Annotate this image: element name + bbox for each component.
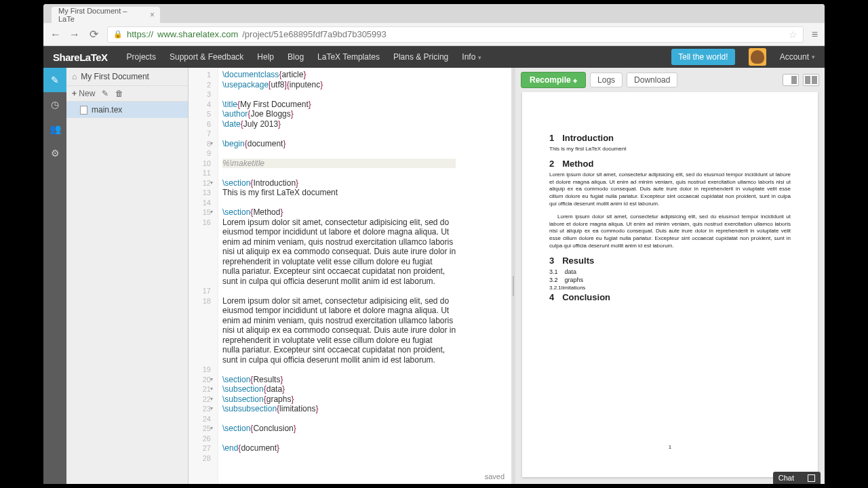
- url-scheme: https://: [127, 29, 153, 39]
- pdf-subsub-limitations: 3.2.1limitations: [549, 285, 791, 291]
- pdf-section-intro: 1Introduction: [549, 133, 791, 143]
- preview-toolbar: Recompile ⌖ Logs Download: [515, 68, 825, 92]
- download-button[interactable]: Download: [627, 73, 677, 87]
- delete-icon[interactable]: 🗑: [115, 89, 123, 98]
- url-field[interactable]: 🔒 https://www.sharelatex.com/project/51e…: [107, 26, 804, 43]
- save-status: saved: [485, 472, 505, 482]
- logs-button[interactable]: Logs: [590, 73, 623, 87]
- url-path: /project/51e68895fdf7a9bd7b305993: [242, 29, 387, 39]
- chat-bar[interactable]: Chat: [773, 472, 821, 484]
- layout-single-icon[interactable]: [783, 74, 799, 86]
- pdf-method-body2: Lorem ipsum dolor sit amet, consectetur …: [549, 214, 791, 250]
- pdf-section-results: 3Results: [549, 256, 791, 266]
- file-main-tex[interactable]: main.tex: [66, 102, 188, 118]
- lock-icon: 🔒: [113, 30, 123, 39]
- project-name[interactable]: ⌂ My First Document: [66, 68, 188, 86]
- file-icon: [80, 106, 87, 115]
- pdf-section-method: 2Method: [549, 159, 791, 169]
- nav-info[interactable]: Info ▾: [462, 52, 481, 62]
- pdf-preview[interactable]: 1Introduction This is my first LaTeX doc…: [522, 92, 818, 477]
- new-file-button[interactable]: + New: [72, 89, 95, 98]
- nav-projects[interactable]: Projects: [127, 52, 156, 62]
- pdf-page-number: 1: [669, 444, 671, 450]
- rail-edit-icon[interactable]: ✎: [43, 68, 66, 92]
- nav-support[interactable]: Support & Feedback: [170, 52, 243, 62]
- nav-blog[interactable]: Blog: [288, 52, 304, 62]
- close-icon[interactable]: ×: [150, 10, 155, 20]
- file-toolbar: + New ✎ 🗑: [66, 86, 188, 102]
- line-gutter: 12345678▾9101112▾131415▾1617181920▾21▾22…: [189, 68, 218, 484]
- rail-share-icon[interactable]: 👥: [43, 117, 66, 141]
- rail-history-icon[interactable]: ◷: [43, 92, 66, 117]
- pdf-sub-graphs: 3.2graphs: [549, 277, 791, 283]
- back-icon[interactable]: ←: [50, 28, 61, 41]
- nav-plans[interactable]: Plans & Pricing: [393, 52, 448, 62]
- chat-expand-icon[interactable]: [808, 474, 815, 482]
- url-host: www.sharelatex.com: [157, 29, 238, 39]
- edit-icon[interactable]: ✎: [102, 89, 108, 98]
- browser-addressbar: ← → ⟳ 🔒 https://www.sharelatex.com/proje…: [43, 23, 825, 46]
- brand-logo[interactable]: ShareLaTeX: [53, 52, 108, 63]
- nav-help[interactable]: Help: [257, 52, 274, 62]
- account-menu[interactable]: Account▾: [780, 52, 815, 62]
- code-area[interactable]: \documentclass{article}\usepackage[utf8]…: [218, 68, 460, 484]
- rail-settings-icon[interactable]: ⚙: [43, 141, 66, 165]
- top-nav: ShareLaTeX Projects Support & Feedback H…: [43, 46, 825, 68]
- reload-icon[interactable]: ⟳: [88, 28, 99, 41]
- nav-templates[interactable]: LaTeX Templates: [317, 52, 380, 62]
- bookmark-star-icon[interactable]: ☆: [789, 29, 797, 40]
- layout-split-icon[interactable]: [803, 74, 819, 86]
- pdf-method-body1: Lorem ipsum dolor sit amet, consectetur …: [549, 171, 791, 208]
- tab-title: My First Document – LaTe: [58, 7, 140, 23]
- tell-world-button[interactable]: Tell the world!: [671, 49, 734, 65]
- browser-tabbar: My First Document – LaTe ×: [43, 4, 825, 23]
- avatar[interactable]: [749, 48, 766, 66]
- pdf-intro-body: This is my first LaTeX document: [549, 146, 791, 153]
- recompile-button[interactable]: Recompile ⌖: [521, 72, 586, 88]
- menu-icon[interactable]: ≡: [812, 28, 818, 41]
- pdf-sub-data: 3.1data: [549, 268, 791, 275]
- left-rail: ✎ ◷ 👥 ⚙: [43, 68, 66, 484]
- browser-tab[interactable]: My First Document – LaTe ×: [52, 7, 160, 23]
- code-editor[interactable]: 12345678▾9101112▾131415▾1617181920▾21▾22…: [189, 68, 511, 484]
- splitter-handle[interactable]: [511, 68, 515, 484]
- pdf-section-conclusion: 4Conclusion: [549, 292, 791, 302]
- forward-icon[interactable]: →: [69, 28, 80, 41]
- home-icon: ⌂: [72, 72, 77, 81]
- preview-panel: Recompile ⌖ Logs Download 1Introduction …: [515, 68, 825, 484]
- file-panel: ⌂ My First Document + New ✎ 🗑 main.tex: [66, 68, 189, 484]
